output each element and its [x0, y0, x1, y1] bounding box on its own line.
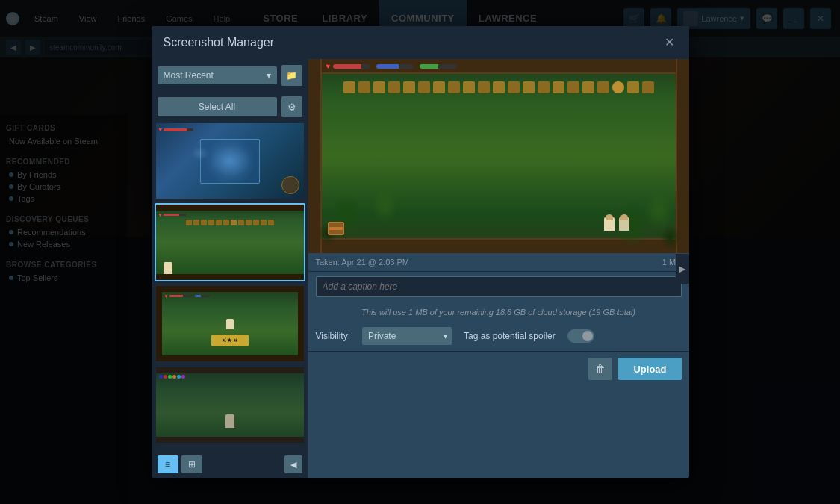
- modal-overlay: Screenshot Manager ✕ Most Recent ▾ 📁 Sel…: [0, 0, 840, 504]
- preview-meta: Taken: Apr 21 @ 2:03 PM 1 MB: [308, 253, 689, 272]
- view-toggle: ≡ ⊞: [158, 455, 202, 473]
- storage-text: This will use 1 MB of your remaining 18.…: [361, 308, 635, 317]
- next-screenshot-arrow[interactable]: ▶: [676, 254, 689, 284]
- spoiler-label: Tag as potential spoiler: [464, 331, 556, 341]
- storage-info: This will use 1 MB of your remaining 18.…: [308, 302, 689, 321]
- screenshot-manager-modal: Screenshot Manager ✕ Most Recent ▾ 📁 Sel…: [152, 26, 689, 478]
- spoiler-toggle[interactable]: [567, 329, 594, 343]
- modal-title: Screenshot Manager: [164, 36, 275, 49]
- visibility-label: Visibility:: [316, 331, 350, 341]
- visibility-row: Visibility: Private Friends Only Public …: [308, 321, 689, 351]
- game-trees: [308, 59, 689, 253]
- thumbnail-controls: Most Recent ▾ 📁: [152, 59, 308, 92]
- visibility-select-wrapper: Private Friends Only Public ▾: [362, 327, 452, 345]
- preview-panel: ♥: [308, 59, 689, 478]
- screenshot-timestamp: Taken: Apr 21 @ 2:03 PM: [316, 258, 410, 267]
- prev-arrow-button[interactable]: ◀: [284, 455, 302, 473]
- nav-arrows: ◀: [284, 455, 302, 473]
- sort-dropdown-label: Most Recent: [164, 70, 214, 81]
- grid-view-button[interactable]: ⊞: [181, 455, 202, 473]
- thumbnail-item[interactable]: ♥ ⚔ ★ ⚔: [155, 284, 305, 363]
- preview-actions: 🗑 Upload: [308, 351, 689, 386]
- player-character: [619, 217, 629, 231]
- list-view-button[interactable]: ≡: [158, 455, 178, 473]
- settings-button[interactable]: ⚙: [281, 96, 302, 117]
- thumbnail-item[interactable]: ♥: [155, 203, 305, 281]
- modal-header: Screenshot Manager ✕: [152, 26, 689, 59]
- chest-item: [328, 222, 344, 235]
- select-all-row: Select All ⚙: [152, 92, 308, 122]
- thumbnail-item[interactable]: ♥: [155, 122, 305, 200]
- caption-input[interactable]: [316, 276, 682, 297]
- preview-image: ♥: [308, 59, 689, 253]
- upload-button[interactable]: Upload: [618, 358, 681, 380]
- thumbnail-list[interactable]: ♥: [152, 122, 308, 450]
- modal-close-button[interactable]: ✕: [662, 35, 677, 50]
- thumbnail-bottom-controls: ≡ ⊞ ◀: [152, 450, 308, 478]
- game-players: [604, 217, 629, 231]
- thumbnail-panel: Most Recent ▾ 📁 Select All ⚙: [152, 59, 308, 478]
- visibility-select[interactable]: Private Friends Only Public: [362, 327, 452, 345]
- folder-button[interactable]: 📁: [281, 65, 302, 86]
- select-all-button[interactable]: Select All: [158, 97, 277, 116]
- toggle-knob: [582, 331, 593, 341]
- chevron-down-icon: ▾: [267, 70, 271, 81]
- delete-button[interactable]: 🗑: [588, 358, 612, 380]
- player-character: [604, 217, 615, 231]
- sort-dropdown[interactable]: Most Recent ▾: [158, 66, 277, 84]
- modal-body: Most Recent ▾ 📁 Select All ⚙: [152, 59, 689, 478]
- thumbnail-item[interactable]: [155, 366, 305, 444]
